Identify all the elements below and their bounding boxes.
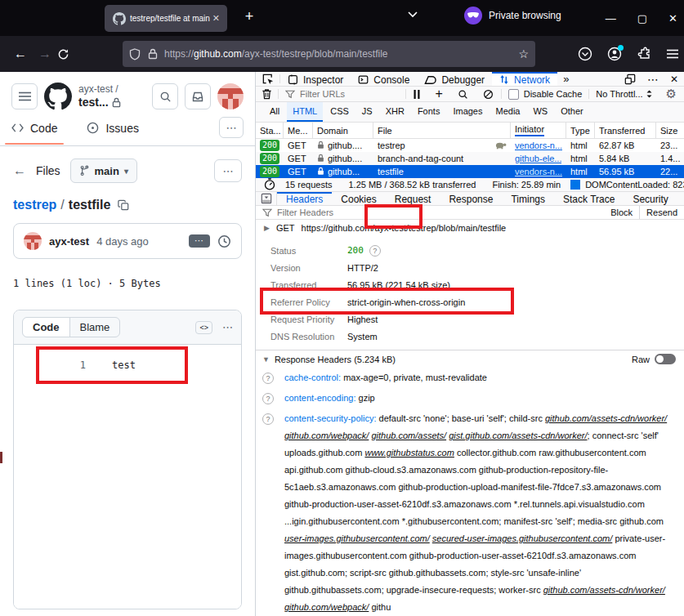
filter-fonts[interactable]: Fonts — [412, 102, 446, 122]
breadcrumb-owner[interactable]: ayx-test / — [78, 83, 121, 96]
col-method[interactable]: Me... — [284, 123, 313, 138]
filter-all[interactable]: All — [264, 102, 285, 122]
window-minimize-button[interactable]: — — [606, 12, 616, 25]
network-row-testrep[interactable]: 200 GET github.... testrep vendors-n... … — [256, 139, 684, 152]
network-row-testfile-selected[interactable]: 200 GET github... testfile vendors-n... … — [256, 165, 684, 178]
col-type[interactable]: Type — [566, 123, 595, 138]
file-actions-overflow-button[interactable]: ⋯ — [214, 159, 242, 182]
detail-tab-request[interactable]: Request — [386, 192, 440, 206]
raw-code-button[interactable]: <> — [195, 321, 212, 334]
shield-icon[interactable] — [129, 48, 141, 60]
tab-code[interactable]: Code — [11, 122, 57, 145]
commit-history-icon[interactable] — [217, 234, 231, 248]
github-logo-icon[interactable] — [44, 83, 72, 110]
toggle-code[interactable]: Code — [23, 318, 70, 337]
raw-toggle[interactable] — [655, 354, 676, 364]
resend-button[interactable]: Resend — [640, 208, 677, 217]
header-name[interactable]: content-encoding: — [284, 393, 355, 403]
network-settings-gear-icon[interactable]: ⚙ — [659, 87, 684, 101]
request-url-line[interactable]: ▶ GET https://github.com/ayx-test/testre… — [256, 220, 684, 235]
list-all-tabs-chevron-icon[interactable] — [407, 10, 418, 18]
github-inbox-icon[interactable] — [185, 83, 211, 109]
pause-requests-icon[interactable] — [406, 87, 427, 101]
section-collapse-caret-icon[interactable]: ▼ — [262, 355, 270, 364]
filter-xhr[interactable]: XHR — [380, 102, 410, 122]
filter-headers-placeholder[interactable]: Filter Headers — [277, 208, 333, 217]
github-breadcrumb[interactable]: ayx-test / test... — [78, 83, 121, 110]
detail-tab-headers[interactable]: Headers — [277, 192, 332, 206]
detail-tab-stack-trace[interactable]: Stack Trace — [554, 192, 624, 206]
col-status[interactable]: Sta... — [256, 123, 284, 138]
filter-ws[interactable]: WS — [527, 102, 553, 122]
back-button[interactable]: ← — [8, 47, 33, 61]
detail-tab-response[interactable]: Response — [440, 192, 502, 206]
header-help-icon[interactable]: ? — [262, 393, 274, 404]
detail-tab-cookies[interactable]: Cookies — [332, 192, 385, 206]
tab-issues[interactable]: Issues — [87, 122, 138, 145]
detail-tab-security[interactable]: Security — [624, 192, 677, 206]
new-tab-button[interactable]: + — [239, 8, 260, 25]
code-line-1[interactable]: 1 test — [14, 356, 241, 374]
github-search-button[interactable] — [152, 83, 178, 109]
header-help-icon[interactable]: ? — [262, 373, 274, 384]
devtools-menu-dots[interactable]: ⋯ — [642, 73, 664, 86]
row-initiator-link[interactable]: vendors-n... — [515, 167, 562, 176]
status-help-icon[interactable]: ? — [369, 245, 381, 257]
extensions-puzzle-icon[interactable] — [637, 47, 651, 61]
line-number[interactable]: 1 — [14, 359, 86, 371]
repo-link[interactable]: testrep — [13, 198, 56, 212]
expand-caret-icon[interactable]: ▶ — [264, 224, 270, 232]
repo-nav-overflow-button[interactable]: ⋯ — [219, 117, 244, 138]
account-icon[interactable] — [607, 47, 622, 61]
block-requests-icon[interactable] — [476, 87, 501, 101]
forward-button[interactable]: → — [33, 47, 57, 61]
header-name[interactable]: content-security-policy: — [284, 413, 377, 423]
pick-element-icon[interactable] — [256, 72, 279, 86]
url-bar[interactable]: https://github.com/ayx-test/testrep/blob… — [123, 41, 535, 67]
window-close-button[interactable]: ✕ — [668, 12, 677, 25]
search-requests-icon[interactable] — [450, 87, 476, 101]
dock-mode-icon[interactable] — [619, 74, 642, 85]
disable-cache-box[interactable] — [508, 89, 519, 100]
app-menu-hamburger-icon[interactable] — [666, 48, 679, 60]
col-file[interactable]: File — [373, 123, 511, 138]
commit-author-avatar[interactable] — [24, 232, 42, 250]
clear-requests-trash-icon[interactable] — [256, 87, 278, 101]
reload-button[interactable] — [57, 48, 82, 60]
filter-html[interactable]: HTML — [287, 102, 323, 122]
copy-path-icon[interactable] — [118, 199, 129, 211]
block-button[interactable]: Block — [604, 208, 639, 217]
browser-tab[interactable]: testrep/testfile at main · ayx-tes ✕ — [105, 5, 227, 32]
window-maximize-button[interactable]: ▢ — [637, 12, 647, 25]
sidebar-toggle-icon[interactable] — [256, 192, 277, 206]
filter-urls-input[interactable]: Filter URLs — [279, 87, 401, 101]
detail-tab-timings[interactable]: Timings — [502, 192, 554, 206]
devtools-tab-inspector[interactable]: Inspector — [280, 72, 351, 86]
devtools-close-icon[interactable]: ✕ — [664, 74, 684, 85]
row-initiator-link[interactable]: vendors-n... — [515, 141, 562, 150]
commit-message-expand-button[interactable]: ⋯ — [189, 234, 210, 248]
filter-js[interactable]: JS — [356, 102, 378, 122]
filter-media[interactable]: Media — [490, 102, 525, 122]
col-size[interactable]: Size — [656, 123, 684, 138]
col-transferred[interactable]: Transferred — [595, 123, 656, 138]
latest-commit-bar[interactable]: ayx-test 4 days ago ⋯ — [13, 223, 242, 259]
col-domain[interactable]: Domain — [313, 123, 373, 138]
bookmark-star-icon[interactable]: ☆ — [518, 47, 529, 60]
throttling-dropdown[interactable]: No Throttl... — [589, 87, 658, 101]
add-request-plus-icon[interactable]: + — [427, 87, 449, 101]
code-overflow-button[interactable]: ⋯ — [222, 321, 233, 333]
github-sidebar-hamburger-button[interactable] — [11, 83, 38, 109]
tab-close-icon[interactable]: ✕ — [210, 13, 222, 24]
header-help-icon[interactable]: ? — [262, 413, 274, 425]
col-initiator[interactable]: Initiator — [511, 123, 566, 138]
branch-selector-button[interactable]: main ▾ — [70, 158, 137, 183]
devtools-tab-console[interactable]: Console — [351, 72, 417, 86]
github-user-avatar[interactable] — [217, 83, 244, 109]
filter-images[interactable]: Images — [447, 102, 488, 122]
pocket-icon[interactable] — [578, 47, 592, 61]
devtools-tab-debugger[interactable]: Debugger — [417, 72, 492, 86]
network-row-branch-and-tag-count[interactable]: 200 GET github.... branch-and-tag-count … — [256, 152, 684, 165]
disable-cache-checkbox[interactable]: Disable Cache — [502, 87, 589, 101]
filter-other[interactable]: Other — [555, 102, 589, 122]
